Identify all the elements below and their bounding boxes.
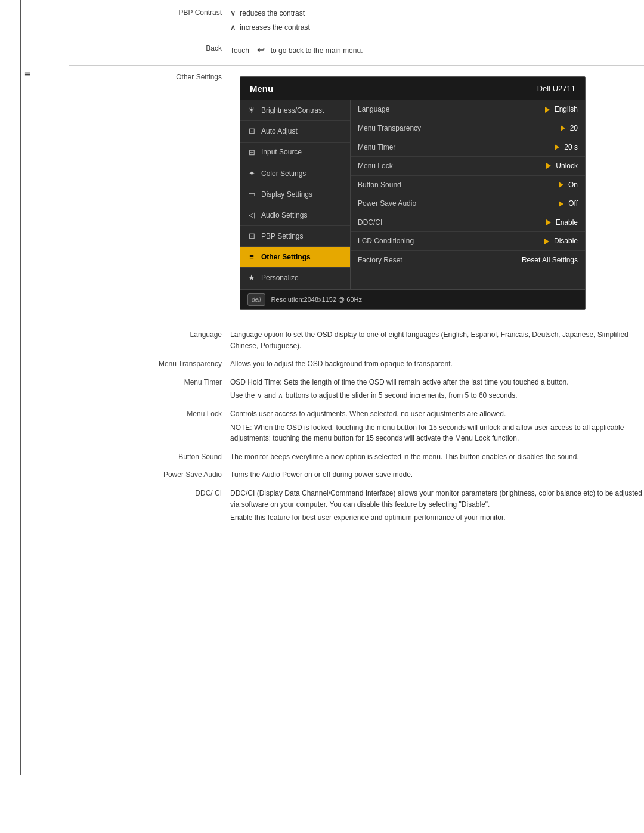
other-settings-section-label: Other Settings [69,72,230,81]
tri-right-icon [559,182,564,188]
osd-right-panel: Language English Menu Transparency 20 Me… [351,100,585,289]
descriptions-block: Language Language option to set the OSD … [69,323,644,537]
power-save-audio-desc-text: Turns the Audio Power on or off during p… [230,469,644,481]
osd-row-language[interactable]: Language English [351,100,585,119]
increase-contrast-line: increases the contrast [230,21,644,33]
osd-body: ☀ Brightness/Contrast ⊡ Auto Adjust ⊞ In… [240,100,585,289]
osd-item-display-settings[interactable]: ▭ Display Settings [240,184,350,205]
osd-item-brightness-contrast[interactable]: ☀ Brightness/Contrast [240,100,350,121]
menu-lock-desc-label: Menu Lock [69,408,230,418]
language-desc-text: Language option to set the OSD display t… [230,329,644,351]
return-icon: ↩ [257,43,265,58]
menu-transparency-desc-label: Menu Transparency [69,358,230,368]
tri-right-icon [546,163,551,169]
language-desc-row: Language Language option to set the OSD … [69,329,644,351]
back-label: Back [69,43,230,52]
osd-row-button-sound[interactable]: Button Sound On [351,176,585,195]
arrow-up-icon [230,23,238,32]
pbp-contrast-row: PBP Contrast reduces the contrast increa… [69,7,644,33]
decrease-contrast-line: reduces the contrast [230,7,644,19]
osd-left-menu: ☀ Brightness/Contrast ⊡ Auto Adjust ⊞ In… [240,100,351,289]
input-source-icon: ⊞ [246,147,257,159]
menu-timer-desc-label: Menu Timer [69,377,230,386]
ddc-ci-line1: DDC/CI (Display Data Channel/Command Int… [230,488,644,510]
personalize-icon: ★ [246,272,257,284]
osd-row-menu-lock[interactable]: Menu Lock Unlock [351,157,585,176]
menu-timer-desc-content: OSD Hold Time: Sets the length of time t… [230,377,644,401]
menu-lock-line1: Controls user access to adjustments. Whe… [230,408,644,420]
button-sound-desc-label: Button Sound [69,451,230,461]
pbp-contrast-section: PBP Contrast reduces the contrast increa… [69,0,644,66]
menu-timer-line1: OSD Hold Time: Sets the length of time t… [230,377,644,388]
osd-item-pbp-settings[interactable]: ⊡ PBP Settings [240,226,350,247]
other-settings-icon: ≡ [24,68,31,80]
ddc-ci-desc-label: DDC/ CI [69,488,230,497]
language-desc-label: Language [69,329,230,339]
other-settings-osd-area: Menu Dell U2711 ☀ Brightness/Contrast [230,72,644,320]
menu-timer-desc-row: Menu Timer OSD Hold Time: Sets the lengt… [69,377,644,401]
osd-row-lcd-conditioning[interactable]: LCD Conditioning Disable [351,232,585,251]
touch-back-content: Touch ↩ to go back to the main menu. [230,43,644,58]
osd-row-menu-timer[interactable]: Menu Timer 20 s [351,138,585,157]
osd-model-name: Dell U2711 [537,83,575,95]
other-settings-section: ≡ Other Settings Menu Dell U2711 [69,66,644,537]
resolution-text: Resolution:2048x1152 @ 60Hz [271,295,362,305]
osd-row-factory-reset[interactable]: Factory Reset Reset All Settings [351,251,585,270]
vertical-bar-2 [21,0,69,775]
osd-row-ddc-ci[interactable]: DDC/CI Enable [351,213,585,233]
vertical-bar-1 [0,0,21,775]
auto-adjust-icon: ⊡ [246,125,257,137]
tri-right-icon [546,219,551,225]
menu-timer-line2: Use the ∨ and ∧ buttons to adjust the sl… [230,390,644,401]
color-settings-icon: ✦ [246,168,257,179]
arrow-down-icon [230,9,238,17]
dell-badge: dell [247,293,265,306]
main-content-area: PBP Contrast reduces the contrast increa… [69,0,644,775]
other-settings-menu-icon: ≡ [246,251,257,263]
power-save-audio-desc-label: Power Save Audio [69,469,230,479]
audio-settings-icon: ◁ [246,209,257,221]
display-settings-icon: ▭ [246,188,257,200]
tri-right-icon [561,125,565,131]
menu-lock-line2: NOTE: When the OSD is locked, touching t… [230,422,644,444]
osd-item-color-settings[interactable]: ✦ Color Settings [240,163,350,184]
osd-item-audio-settings[interactable]: ◁ Audio Settings [240,205,350,226]
osd-menu: Menu Dell U2711 ☀ Brightness/Contrast [240,76,586,310]
button-sound-desc-row: Button Sound The monitor beeps everytime… [69,451,644,463]
ddc-ci-line2: Enable this feature for best user experi… [230,512,644,524]
menu-transparency-desc-row: Menu Transparency Allows you to adjust t… [69,358,644,370]
osd-footer: dell Resolution:2048x1152 @ 60Hz [240,289,585,310]
other-settings-header-row: ≡ Other Settings Menu Dell U2711 [69,66,644,323]
pbp-settings-icon: ⊡ [246,230,257,242]
osd-item-other-settings[interactable]: ≡ Other Settings [240,247,350,268]
osd-row-menu-transparency[interactable]: Menu Transparency 20 [351,119,585,138]
pbp-contrast-label: PBP Contrast [69,7,230,17]
tri-right-icon [544,239,549,244]
osd-item-personalize[interactable]: ★ Personalize [240,268,350,289]
tri-right-icon [555,144,559,150]
osd-menu-title: Menu [250,82,273,95]
osd-row-power-save-audio[interactable]: Power Save Audio Off [351,194,585,213]
touch-back-row: Back Touch ↩ to go back to the main menu… [69,43,644,58]
menu-lock-desc-row: Menu Lock Controls user access to adjust… [69,408,644,444]
power-save-audio-desc-row: Power Save Audio Turns the Audio Power o… [69,469,644,481]
osd-item-input-source[interactable]: ⊞ Input Source [240,143,350,163]
ddc-ci-desc-row: DDC/ CI DDC/CI (Display Data Channel/Com… [69,488,644,524]
menu-lock-desc-content: Controls user access to adjustments. Whe… [230,408,644,444]
tri-right-icon [545,107,550,113]
ddc-ci-desc-content: DDC/CI (Display Data Channel/Command Int… [230,488,644,524]
button-sound-desc-text: The monitor beeps everytime a new option… [230,451,644,463]
menu-transparency-desc-text: Allows you to adjust the OSD background … [230,358,644,370]
tri-right-icon [559,201,564,207]
osd-item-auto-adjust[interactable]: ⊡ Auto Adjust [240,121,350,142]
pbp-contrast-desc: reduces the contrast increases the contr… [230,7,644,33]
brightness-icon: ☀ [246,104,257,116]
osd-header: Menu Dell U2711 [240,77,585,100]
